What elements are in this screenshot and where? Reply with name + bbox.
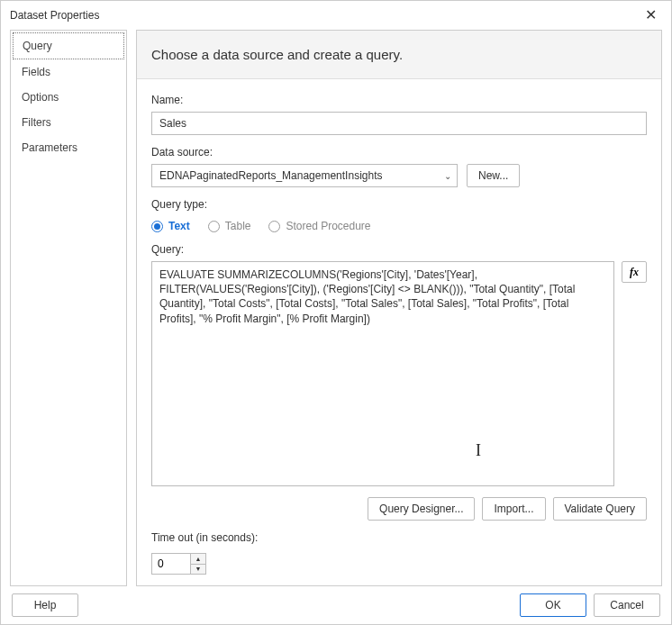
window-title: Dataset Properties <box>10 9 640 22</box>
radio-table[interactable]: Table <box>208 220 251 232</box>
datasource-label: Data source: <box>151 146 647 159</box>
help-button[interactable]: Help <box>12 593 78 617</box>
datasource-combo[interactable]: EDNAPaginatedReports_ManagementInsights … <box>151 164 458 187</box>
cancel-button[interactable]: Cancel <box>594 593 660 617</box>
timeout-spinner: ▲ ▼ <box>191 553 206 575</box>
sidebar-item-label: Fields <box>22 66 50 78</box>
new-datasource-button[interactable]: New... <box>467 164 520 187</box>
radio-label: Text <box>168 220 190 232</box>
chevron-down-icon: ⌄ <box>439 171 451 181</box>
query-designer-button[interactable]: Query Designer... <box>368 497 475 521</box>
sidebar-item-fields[interactable]: Fields <box>13 59 124 85</box>
spinner-down-icon[interactable]: ▼ <box>191 565 205 575</box>
spinner-up-icon[interactable]: ▲ <box>191 554 205 565</box>
name-input[interactable] <box>151 112 647 135</box>
dataset-properties-dialog: Dataset Properties ✕ Query Fields Option… <box>0 0 672 625</box>
dialog-footer: Help OK Cancel <box>1 586 671 624</box>
sidebar-item-query[interactable]: Query <box>13 32 124 59</box>
radio-dot-icon <box>151 221 163 232</box>
sidebar-item-label: Parameters <box>22 141 77 154</box>
category-sidebar: Query Fields Options Filters Parameters <box>10 30 127 586</box>
timeout-input[interactable] <box>151 553 191 575</box>
query-textarea[interactable] <box>151 261 614 486</box>
sidebar-item-filters[interactable]: Filters <box>13 110 124 135</box>
ok-button[interactable]: OK <box>520 593 586 617</box>
timeout-label: Time out (in seconds): <box>151 531 647 544</box>
radio-dot-icon <box>208 221 220 232</box>
main-panel: Choose a data source and create a query.… <box>136 30 662 586</box>
name-label: Name: <box>151 94 647 106</box>
radio-text[interactable]: Text <box>151 220 190 232</box>
datasource-value: EDNAPaginatedReports_ManagementInsights <box>159 169 439 182</box>
radio-label: Table <box>225 220 251 232</box>
expression-fx-button[interactable]: fx <box>622 261 647 283</box>
radio-label: Stored Procedure <box>286 220 370 232</box>
close-icon[interactable]: ✕ <box>640 6 662 24</box>
validate-query-button[interactable]: Validate Query <box>553 497 648 521</box>
sidebar-item-label: Filters <box>22 116 51 129</box>
querytype-radios: Text Table Stored Procedure <box>151 220 647 232</box>
radio-stored-procedure[interactable]: Stored Procedure <box>268 220 370 232</box>
sidebar-item-parameters[interactable]: Parameters <box>13 135 124 160</box>
sidebar-item-options[interactable]: Options <box>13 85 124 110</box>
sidebar-item-label: Options <box>22 91 59 104</box>
sidebar-item-label: Query <box>23 40 52 52</box>
query-label: Query: <box>151 243 647 256</box>
panel-heading: Choose a data source and create a query. <box>137 31 661 79</box>
querytype-label: Query type: <box>151 198 647 211</box>
radio-dot-icon <box>268 221 280 232</box>
import-button[interactable]: Import... <box>482 497 545 521</box>
titlebar: Dataset Properties ✕ <box>1 1 671 30</box>
